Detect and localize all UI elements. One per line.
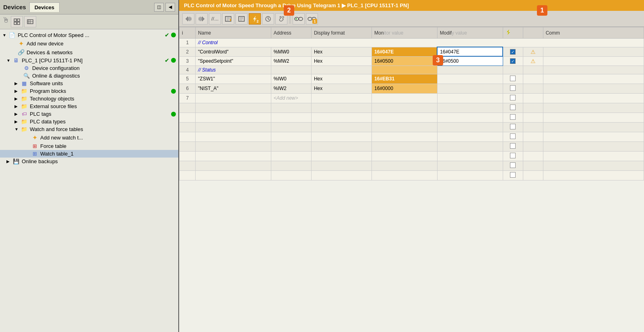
online-backups-icon: 💾 [12,158,20,164]
tree-label-plc-tags: PLC tags [30,111,169,117]
row-fmt-6[interactable]: Hex [311,84,372,93]
tree-item-plc1[interactable]: ▼ 🖥 PLC_1 [CPU 1511T-1 PN] ✔ [0,56,178,64]
tree-arrow-root: ▼ [2,33,8,37]
toolbar-btn-arrows-left[interactable] [182,13,194,25]
svg-rect-2 [14,22,17,25]
tree-arrow-ext: ▶ [14,104,20,109]
row-comm-5[interactable] [543,74,644,84]
tree-item-software-units[interactable]: ▶ ▦ Software units [0,80,178,87]
checkbox-5[interactable] [510,76,516,81]
tree-item-force-table[interactable]: ⊞ Force table [0,142,178,150]
tree-arrow-progblocks: ▶ [14,89,20,93]
row-name-3[interactable]: "SpeedSetpoint" [196,56,271,66]
toolbar-btn-lines[interactable]: //... [209,13,221,25]
row-modify-6[interactable] [437,84,503,93]
tree-item-root[interactable]: ▼ 📄 PLC Control of Motor Speed ... ✔ [0,31,178,39]
tree-item-online-diag[interactable]: 🔍 Online & diagnostics [0,72,178,80]
row-fmt-2[interactable]: Hex [311,47,372,56]
content-area: PLC Control of Motor Speed Through a Dri… [179,0,644,332]
tree-label-tech-objects: Technology objects [30,96,176,102]
checkbox-2[interactable] [510,49,516,55]
row-checkbox-7[interactable] [503,93,523,103]
watch-table1-icon: ⊞ [31,151,39,157]
tree-item-program-blocks[interactable]: ▶ 📁 Program blocks [0,87,178,95]
row-num-5: 5 [180,74,196,84]
table-row: 3 "SpeedSetpoint" %MW2 Hex 16#0500 16#05… [180,56,644,66]
tree-item-watch-table1[interactable]: ⊞ Watch table_1 [0,150,178,158]
pin-sidebar-button[interactable]: ◀ [165,3,175,12]
row-checkbox-3[interactable] [503,56,523,66]
tree-item-devices-networks[interactable]: 🔗 Devices & networks [0,48,178,56]
row-modify-2[interactable]: 16#047E [437,47,503,56]
row-addr-4 [271,66,311,74]
tree-item-device-config[interactable]: ⚙ Device configuration [0,64,178,72]
toolbar-btn-glasses-play[interactable] [293,13,305,25]
tree-label-add-device: Add new device [27,41,176,47]
section-label-control[interactable]: // Control [196,39,644,47]
checkbox-3[interactable] [510,58,516,64]
tree-item-online-backups[interactable]: ▶ 💾 Online backups [0,158,178,165]
tree-item-add-watch[interactable]: ✦ Add new watch t... [0,133,178,142]
table-row-empty-15 [180,170,644,180]
tree-item-tech-objects[interactable]: ▶ 📁 Technology objects [0,95,178,102]
toolbar-btn-list[interactable] [235,13,248,25]
row-addr-5[interactable]: %IW0 [271,74,311,84]
row-checkbox-6[interactable] [503,84,523,93]
row-modify-3[interactable]: 16#0500 [437,56,503,66]
row-name-2[interactable]: "ControlWord" [196,47,271,56]
row-name-5[interactable]: "ZSW1" [196,74,271,84]
collapse-sidebar-button[interactable]: ◫ [154,3,164,12]
row-warn-2: ⚠ [523,47,543,56]
tree-item-ext-sources[interactable]: ▶ 📁 External source files [0,102,178,110]
row-fmt-3[interactable]: Hex [311,56,372,66]
row-num-6: 6 [180,84,196,93]
toolbar-btn-glasses-1[interactable]: 1 [306,13,318,25]
row-fmt-5[interactable]: Hex [311,74,372,84]
row-num-7: 7 [180,93,196,103]
row-monitor-4 [372,66,438,74]
lines-icon: //... [211,16,219,22]
sidebar-tab[interactable]: Devices [29,2,60,12]
tree-item-plc-tags[interactable]: ▶ 🏷 PLC tags [0,110,178,118]
tree-arrow-swunits: ▶ [14,81,20,86]
tree-item-plc-data-types[interactable]: ▶ 📁 PLC data types [0,118,178,125]
row-addr-2[interactable]: %MW0 [271,47,311,56]
row-icon1-4 [503,66,523,74]
project-tree: ▼ 📄 PLC Control of Motor Speed ... ✔ ✦ A… [0,29,178,332]
row-comm-6[interactable] [543,84,644,93]
col-header-empty [523,27,543,39]
lightning-badge-num: 2 [255,19,260,24]
table-row-empty-12 [180,141,644,151]
topology-view-button[interactable] [24,16,36,27]
col-header-name: Name [196,27,271,39]
section-label-status[interactable]: // Status [196,66,271,74]
checkbox-7[interactable] [510,95,516,100]
row-monitor-2: 16#047E [372,47,438,56]
annotation-3: 3 [433,55,443,66]
row-addr-7[interactable]: <Add new> [271,93,311,103]
plc-project-icon: 📄 [8,32,16,38]
toolbar-btn-edit[interactable] [222,13,234,25]
row-checkbox-5[interactable] [503,74,523,84]
row-checkbox-2[interactable] [503,47,523,56]
row-comm-3[interactable] [543,56,644,66]
row-addr-3[interactable]: %MW2 [271,56,311,66]
tree-item-watch-force[interactable]: ▼ 📁 Watch and force tables [0,125,178,133]
row-comm-2[interactable] [543,47,644,56]
dot-badge-root [171,33,176,37]
col-header-modify: Modify value [437,27,503,39]
table-header-row: i Name Address Display format Monitor va… [180,27,644,39]
toolbar-btn-arrows-right[interactable] [196,13,208,25]
row-modify-5[interactable] [437,74,503,84]
table-row: 1 // Control [180,39,644,47]
row-addr-6[interactable]: %IW2 [271,84,311,93]
grid-view-button[interactable] [11,16,23,27]
checkbox-6[interactable] [510,85,516,91]
col-header-i: i [180,27,196,39]
col-monitor-suffix: itor value [384,30,403,36]
row-num-2: 2 [180,47,196,56]
toolbar-btn-lightning-active[interactable]: 2 [249,13,261,25]
toolbar-btn-clock[interactable] [262,13,274,25]
tree-item-add-device[interactable]: ✦ Add new device [0,39,178,48]
row-name-6[interactable]: "NIST_A" [196,84,271,93]
